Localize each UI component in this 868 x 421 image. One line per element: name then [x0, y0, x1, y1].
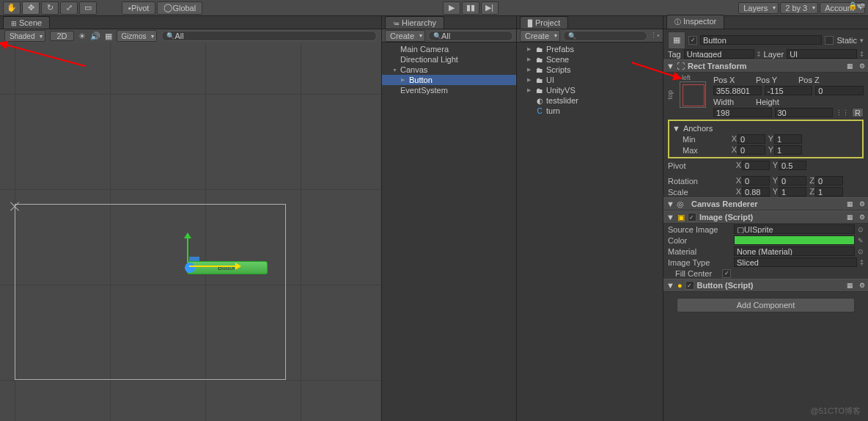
scale-label: Scale: [668, 188, 731, 197]
project-item[interactable]: 🖿Scene: [517, 54, 663, 65]
rotate-tool-icon[interactable]: ↻: [41, 1, 59, 15]
color-field[interactable]: [734, 235, 855, 245]
material-field[interactable]: None (Material): [734, 246, 855, 256]
step-button[interactable]: ▶|: [481, 1, 499, 15]
help-icon[interactable]: ▦: [847, 62, 853, 70]
canvas-renderer-header[interactable]: ▼ ◎ Canvas Renderer▦⚙: [663, 197, 868, 210]
image-header[interactable]: ▼ ▣ ✓ Image (Script)▦⚙: [663, 210, 868, 224]
active-checkbox[interactable]: ✓: [688, 36, 697, 45]
canvas-rect[interactable]: [15, 204, 286, 380]
pivot-y[interactable]: 0.5: [779, 161, 806, 170]
fill-center-checkbox[interactable]: ✓: [722, 269, 731, 278]
project-item[interactable]: 🖿UnityVS: [517, 85, 663, 95]
eyedropper-icon[interactable]: ✎: [858, 237, 864, 244]
gear-icon[interactable]: ⚙: [859, 282, 865, 289]
layers-dropdown[interactable]: Layers: [738, 2, 779, 14]
project-search[interactable]: 🔍: [563, 31, 647, 41]
layout-dropdown[interactable]: 2 by 3: [780, 2, 818, 14]
static-checkbox[interactable]: [825, 36, 834, 45]
rot-y[interactable]: 0: [779, 176, 806, 186]
scale-y[interactable]: 1: [779, 187, 806, 197]
layer-dropdown[interactable]: UI: [787, 49, 857, 59]
material-label: Material: [668, 247, 731, 256]
rot-z[interactable]: 0: [815, 176, 843, 186]
button-header[interactable]: ▼ ● ✓ Button (Script)▦⚙: [663, 279, 868, 292]
tab-scene[interactable]: ⊞Scene: [3, 16, 50, 29]
image-type-dropdown[interactable]: Sliced: [734, 257, 857, 267]
anchor-preset[interactable]: [680, 81, 706, 108]
hierarchy-item[interactable]: EventSystem: [382, 85, 516, 95]
tab-project[interactable]: ▉Project: [520, 16, 568, 29]
tab-hierarchy[interactable]: ≔Hierarchy: [385, 16, 444, 29]
light-icon[interactable]: ☀: [78, 32, 86, 41]
help-icon[interactable]: ▦: [847, 282, 853, 289]
play-button[interactable]: ▶: [443, 1, 460, 15]
button-gameobject[interactable]: Button: [187, 261, 268, 274]
pivot-toggle[interactable]: ▪Pivot: [122, 1, 155, 15]
height-field[interactable]: 30: [775, 108, 834, 117]
scene-search[interactable]: 🔍All: [161, 31, 377, 41]
hierarchy-item[interactable]: Canvas: [382, 65, 516, 75]
hierarchy-item-selected[interactable]: Button: [382, 75, 516, 85]
audio-icon[interactable]: 🔊: [90, 32, 100, 41]
fx-icon[interactable]: ▦: [105, 32, 112, 41]
button-enabled[interactable]: ✓: [685, 281, 694, 290]
scale-tool-icon[interactable]: ⤢: [60, 1, 78, 15]
anchor-min-y[interactable]: 1: [774, 134, 802, 144]
project-item[interactable]: ◐testslider: [517, 95, 663, 106]
posz-field[interactable]: 0: [815, 86, 864, 95]
gear-icon[interactable]: ⚙: [859, 62, 865, 70]
create-dropdown[interactable]: Create: [520, 30, 560, 42]
image-enabled[interactable]: ✓: [688, 213, 696, 222]
posx-field[interactable]: 355.8801: [713, 86, 762, 95]
shaded-dropdown[interactable]: Shaded: [4, 30, 45, 42]
anchor-gizmo-icon[interactable]: [9, 200, 21, 212]
source-image-field[interactable]: ▢UISprite: [734, 224, 855, 234]
move-tool-icon[interactable]: ✥: [22, 1, 40, 15]
2d-toggle[interactable]: 2D: [50, 31, 73, 41]
scale-z[interactable]: 1: [815, 187, 843, 197]
anchors-label[interactable]: Anchors: [683, 124, 713, 133]
annotation-arrow: [0, 43, 85, 67]
hierarchy-item[interactable]: Directional Light: [382, 54, 516, 65]
rot-x[interactable]: 0: [742, 176, 770, 186]
project-item[interactable]: Cturn: [517, 106, 663, 116]
move-gizmo-x[interactable]: [189, 266, 240, 267]
name-field[interactable]: Button: [700, 35, 822, 45]
anchor-max-x[interactable]: 0: [738, 145, 765, 155]
picker-icon[interactable]: ⊙: [858, 248, 864, 255]
gear-icon[interactable]: ⚙: [859, 213, 865, 221]
gizmos-dropdown[interactable]: Gizmos: [117, 30, 158, 42]
scene-view[interactable]: Button: [0, 43, 381, 421]
project-item[interactable]: 🖿Prefabs: [517, 44, 663, 54]
asset-icon: ◐: [535, 96, 544, 105]
posy-field[interactable]: -115: [765, 86, 813, 95]
anchor-min-x[interactable]: 0: [738, 134, 765, 144]
picker-icon[interactable]: ⊙: [858, 226, 864, 233]
rect-tool-icon[interactable]: ▭: [79, 1, 97, 15]
width-field[interactable]: 198: [713, 108, 772, 117]
tab-inspector[interactable]: ⓘInspector: [666, 15, 724, 29]
folder-icon: 🖿: [535, 86, 544, 95]
hierarchy-item[interactable]: Main Camera: [382, 44, 516, 54]
global-toggle[interactable]: ◯Global: [157, 1, 202, 15]
rect-transform-header[interactable]: ▼ ⛶ Rect Transform▦⚙: [663, 59, 868, 73]
hierarchy-search[interactable]: 🔍All: [428, 31, 513, 41]
lock-icon[interactable]: 🔒▾≡: [848, 1, 865, 10]
scale-x[interactable]: 0.88: [742, 187, 770, 197]
add-component-button[interactable]: Add Component: [677, 298, 855, 312]
gameobject-icon[interactable]: ▦: [668, 32, 685, 49]
project-item[interactable]: 🖿UI: [517, 75, 663, 85]
pivot-x[interactable]: 0: [742, 161, 770, 170]
tag-dropdown[interactable]: Untagged: [684, 49, 754, 59]
move-gizmo-center[interactable]: [185, 263, 195, 273]
filter-icon[interactable]: ⋮⭑: [650, 32, 660, 40]
create-dropdown[interactable]: Create: [385, 30, 425, 42]
hand-tool-icon[interactable]: ✋: [3, 1, 21, 15]
blueprint-button[interactable]: R: [852, 108, 864, 117]
anchor-max-y[interactable]: 1: [774, 145, 802, 155]
pause-button[interactable]: ▮▮: [462, 1, 479, 15]
gear-icon[interactable]: ⚙: [859, 200, 865, 208]
help-icon[interactable]: ▦: [847, 213, 853, 221]
help-icon[interactable]: ▦: [847, 200, 853, 208]
